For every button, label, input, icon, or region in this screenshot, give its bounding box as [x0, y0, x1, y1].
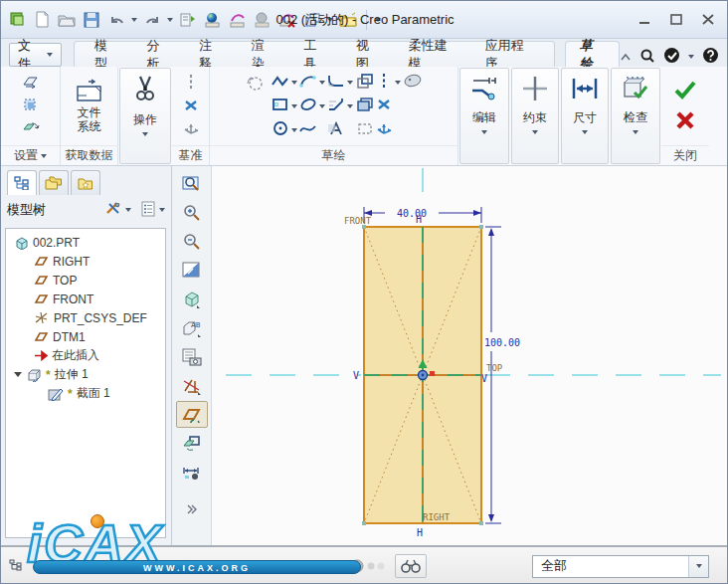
search-icon[interactable]: [639, 48, 655, 67]
construction-rect-icon[interactable]: [357, 122, 373, 138]
new-file-icon[interactable]: [32, 10, 52, 30]
tab-tools[interactable]: 工具: [289, 42, 342, 68]
restore-button[interactable]: [665, 12, 687, 28]
open-file-icon[interactable]: [57, 10, 77, 30]
find-button[interactable]: [395, 554, 427, 578]
ok-check-icon[interactable]: [673, 80, 697, 102]
open-folder-icon[interactable]: [338, 10, 358, 30]
ellipse-tool-caret[interactable]: [319, 104, 325, 108]
collapse-ribbon-icon[interactable]: [620, 50, 632, 64]
rectangle-tool-caret[interactable]: [291, 104, 297, 108]
undo-caret[interactable]: [131, 18, 137, 22]
tree-settings-caret[interactable]: [159, 208, 165, 212]
tree-toggle-icon[interactable]: [9, 559, 23, 574]
repaint-icon[interactable]: [176, 257, 208, 284]
spline-tool-icon[interactable]: [299, 122, 317, 137]
model-tree-tab[interactable]: [7, 170, 37, 195]
measure-distance-icon[interactable]: [228, 10, 248, 30]
height-dim-value[interactable]: 100.00: [484, 337, 520, 348]
fillet-tool-icon[interactable]: [327, 74, 345, 91]
sketch-orient-icon[interactable]: [176, 430, 208, 457]
undo-icon[interactable]: [106, 10, 126, 30]
tab-view[interactable]: 视图: [342, 42, 395, 68]
tab-model[interactable]: 模型: [81, 42, 133, 68]
arc-tool-icon[interactable]: [299, 74, 317, 91]
rectangle-tool-icon[interactable]: [272, 97, 289, 114]
tab-file[interactable]: 文件: [9, 43, 62, 67]
analysis-measure-icon[interactable]: [203, 10, 223, 30]
tree-item-dtm1[interactable]: DTM1: [8, 327, 163, 346]
operations-button[interactable]: 操作: [119, 68, 171, 164]
sketch-display-icon[interactable]: [176, 401, 208, 428]
erase-analysis-icon[interactable]: [277, 10, 297, 30]
zoom-out-icon[interactable]: [176, 228, 208, 255]
sketch-view-orient-icon[interactable]: [22, 120, 40, 137]
datum-centerline-icon[interactable]: [188, 74, 194, 93]
text-tool-icon[interactable]: [327, 121, 345, 138]
tree-item-extrude[interactable]: * 拉伸 1: [8, 365, 163, 384]
point-tool-icon[interactable]: [377, 98, 391, 113]
tab-annotate[interactable]: 注释: [185, 42, 238, 68]
inspect-button[interactable]: 检查: [611, 68, 660, 164]
app-icon[interactable]: [7, 10, 27, 30]
tab-analysis[interactable]: 分析: [133, 42, 186, 68]
ellipse-tool-icon[interactable]: [299, 97, 317, 114]
zoom-refit-icon[interactable]: [176, 170, 208, 197]
circle-tool-icon[interactable]: [273, 120, 288, 139]
references-icon[interactable]: [23, 97, 39, 114]
construction-mode-icon[interactable]: [246, 75, 264, 96]
help-icon[interactable]: [702, 47, 719, 67]
centerline-tool-caret[interactable]: [395, 81, 401, 85]
expander-icon[interactable]: [14, 372, 22, 377]
community-icon[interactable]: [663, 47, 680, 67]
tab-applications[interactable]: 应用程序: [471, 42, 548, 68]
width-dim-value[interactable]: 40.00: [397, 208, 427, 219]
toolbar-overflow-icon[interactable]: [176, 495, 208, 522]
tree-settings-icon[interactable]: [141, 201, 155, 220]
folder-browser-tab[interactable]: [39, 170, 69, 195]
edit-button[interactable]: 编辑: [459, 68, 509, 164]
display-style-icon[interactable]: [176, 286, 208, 312]
cancel-x-icon[interactable]: [675, 110, 695, 133]
palette-icon[interactable]: [403, 74, 423, 91]
tab-sketch-active[interactable]: 草绘: [565, 41, 620, 67]
regenerate-icon[interactable]: [178, 10, 198, 30]
filter-dropdown-button[interactable]: [688, 556, 708, 577]
sketch-canvas[interactable]: 40.00 100.00 FRONT TOP RIGHT H H V V: [212, 166, 728, 545]
tree-item-front-plane[interactable]: FRONT: [8, 290, 163, 308]
windows-icon[interactable]: [302, 10, 322, 30]
tree-item-insert-here[interactable]: 在此插入: [8, 346, 163, 365]
offset-tool-icon[interactable]: [356, 73, 374, 92]
fillet-tool-caret[interactable]: [347, 81, 353, 85]
tree-item-csys[interactable]: PRT_CSYS_DEF: [8, 308, 163, 327]
close-button[interactable]: [697, 12, 719, 28]
constrain-button[interactable]: 约束: [511, 68, 559, 164]
tree-tools-caret[interactable]: [125, 208, 131, 212]
arc-tool-caret[interactable]: [319, 81, 325, 85]
datum-display-icon[interactable]: [176, 372, 208, 399]
minimize-button[interactable]: [634, 12, 655, 28]
chamfer-tool-caret[interactable]: [347, 104, 353, 108]
windows-caret[interactable]: [327, 18, 333, 22]
dimension-display-icon[interactable]: [176, 459, 208, 486]
community-caret[interactable]: [688, 55, 694, 59]
qat-customize-caret[interactable]: [375, 18, 381, 22]
datum-csys-icon[interactable]: [183, 121, 199, 138]
line-tool-caret[interactable]: [291, 81, 297, 85]
sketch-setup-icon[interactable]: [22, 75, 40, 92]
redo-icon[interactable]: [142, 10, 162, 30]
sketch-csys-icon[interactable]: [376, 121, 392, 138]
selection-filter-combo[interactable]: 全部: [532, 555, 709, 578]
save-icon[interactable]: [82, 10, 101, 30]
thicken-tool-icon[interactable]: [356, 97, 374, 115]
favorites-tab[interactable]: [71, 170, 100, 195]
tree-item-section[interactable]: * 截面 1: [8, 384, 163, 403]
datum-point-icon[interactable]: [184, 99, 198, 114]
tab-render[interactable]: 渲染: [238, 42, 290, 68]
zoom-in-icon[interactable]: [176, 199, 208, 226]
file-system-button[interactable]: 文件系统: [75, 79, 104, 134]
line-tool-icon[interactable]: [272, 74, 289, 91]
tree-item-top-plane[interactable]: TOP: [8, 271, 163, 290]
view-manager-icon[interactable]: [176, 343, 208, 370]
tree-tools-icon[interactable]: [105, 201, 121, 219]
